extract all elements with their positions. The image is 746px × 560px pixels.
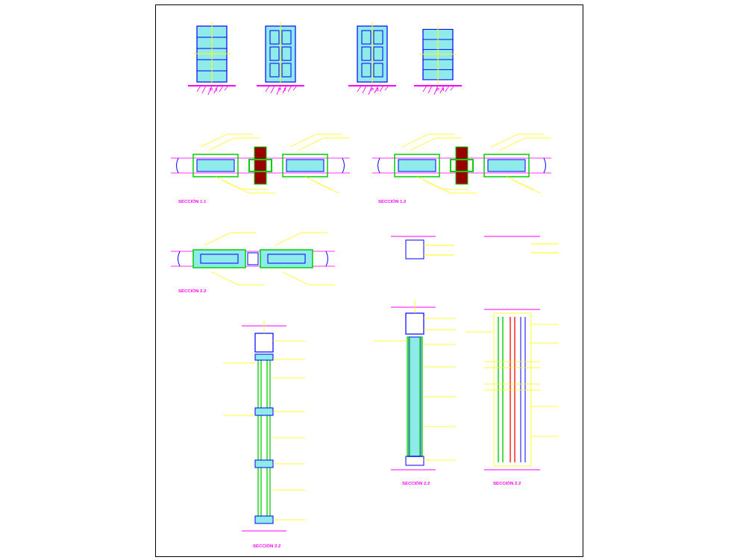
section-v2 bbox=[374, 300, 456, 470]
section-head-v2 bbox=[391, 236, 454, 259]
elevation-p4 bbox=[419, 26, 457, 84]
drawing-sheet: P_1 P_2 P_3 P_4 SECCIÓN 1.1 SECCIÓN 1.2 … bbox=[0, 0, 746, 560]
label-s12: SECCIÓN 1.2 bbox=[378, 199, 406, 204]
elevation-p3 bbox=[357, 22, 387, 86]
label-p2: P_2 bbox=[278, 87, 286, 92]
label-s22h: SECCIÓN 2.2 bbox=[178, 289, 206, 293]
elevation-p1 bbox=[193, 22, 231, 86]
label-p3: P_3 bbox=[371, 87, 379, 92]
section-v3 bbox=[466, 309, 559, 470]
label-s11: SECCIÓN 1.1 bbox=[178, 199, 206, 204]
label-p4: P_4 bbox=[436, 87, 445, 92]
section-1-1 bbox=[171, 134, 350, 193]
section-1-2 bbox=[372, 134, 551, 193]
svg-rect-108 bbox=[406, 240, 424, 259]
label-sv2: SECCIÓN 2.2 bbox=[402, 481, 430, 485]
drawing-frame: P_1 P_2 P_3 P_4 SECCIÓN 1.1 SECCIÓN 1.2 … bbox=[155, 4, 583, 557]
label-sv3: SECCIÓN 2.2 bbox=[493, 481, 521, 485]
label-p1: P_1 bbox=[210, 87, 218, 92]
section-head-v3 bbox=[484, 236, 559, 253]
cad-drawing bbox=[156, 5, 583, 556]
label-sv1: SECCIÓN 2.2 bbox=[253, 544, 280, 548]
elevation-p2 bbox=[266, 22, 295, 86]
section-v1 bbox=[223, 320, 305, 531]
section-2-2-h bbox=[171, 233, 335, 285]
